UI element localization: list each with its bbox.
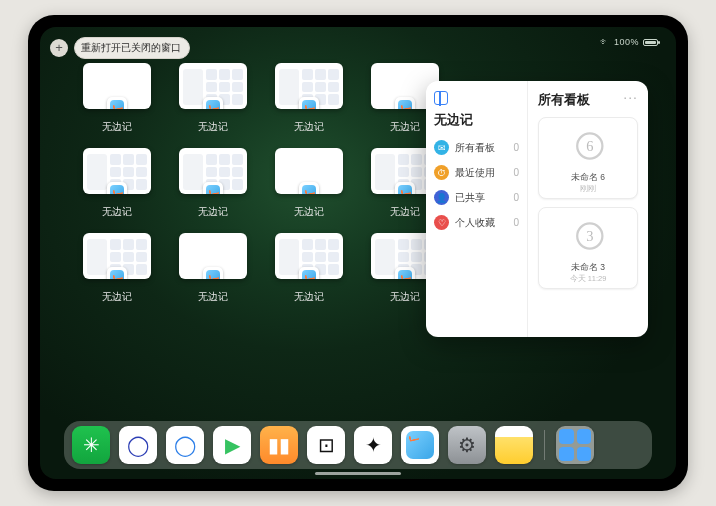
preview-title-right: 所有看板	[538, 91, 590, 109]
window-label: 无边记	[198, 121, 228, 134]
window-thumbnail	[179, 148, 247, 194]
battery-percent: 100%	[614, 37, 639, 47]
window-thumbnail	[275, 233, 343, 279]
reopen-closed-window-button[interactable]: 重新打开已关闭的窗口	[74, 37, 190, 59]
quark-icon[interactable]: ◯	[166, 426, 204, 464]
app-icon-chip	[299, 97, 319, 109]
window-thumbnail	[83, 233, 151, 279]
category-icon: ⏱	[434, 165, 449, 180]
category-row[interactable]: 👤已共享0	[434, 185, 519, 210]
app-icon-chip	[395, 97, 415, 109]
category-label: 所有看板	[455, 141, 495, 155]
category-label: 已共享	[455, 191, 485, 205]
app-icon-chip	[203, 267, 223, 279]
window-label: 无边记	[390, 121, 420, 134]
app-icon-chip	[107, 97, 127, 109]
category-row[interactable]: ✉所有看板0	[434, 135, 519, 160]
window-thumbnail	[275, 63, 343, 109]
category-count: 0	[513, 142, 519, 153]
freeform-icon[interactable]	[401, 426, 439, 464]
window-thumbnail	[179, 233, 247, 279]
board-sublabel: 刚刚	[543, 184, 633, 194]
window-label: 无边记	[390, 291, 420, 304]
window-tile[interactable]: 无边记	[76, 233, 158, 304]
app-icon-chip	[395, 267, 415, 279]
wechat-icon[interactable]: ✳	[72, 426, 110, 464]
new-window-button[interactable]: +	[50, 39, 68, 57]
category-count: 0	[513, 192, 519, 203]
category-row[interactable]: ♡个人收藏0	[434, 210, 519, 235]
svg-text:3: 3	[586, 228, 593, 244]
recent-apps-folder[interactable]	[556, 426, 594, 464]
app-icon-chip	[203, 182, 223, 194]
window-tile[interactable]: 无边记	[268, 233, 350, 304]
ipad-frame: ᯤ 100% + 重新打开已关闭的窗口 无边记无边记无边记无边记无边记无边记无边…	[28, 15, 688, 491]
sidebar-icon	[434, 91, 448, 105]
board-label: 未命名 6	[543, 172, 633, 184]
window-tile[interactable]: 无边记	[172, 148, 254, 219]
board-canvas: 3	[543, 212, 633, 260]
window-label: 无边记	[198, 206, 228, 219]
window-tile[interactable]: 无边记	[172, 63, 254, 134]
window-tile[interactable]: 无边记	[268, 63, 350, 134]
status-bar: ᯤ 100%	[600, 37, 658, 47]
window-tile[interactable]: 无边记	[268, 148, 350, 219]
category-count: 0	[513, 167, 519, 178]
connect-icon[interactable]: ✦	[354, 426, 392, 464]
window-label: 无边记	[198, 291, 228, 304]
app-icon-chip	[299, 182, 319, 194]
dock: ✳◯◯▶▮▮⊡✦⚙	[64, 421, 652, 469]
more-icon[interactable]: ···	[623, 89, 638, 105]
window-label: 无边记	[390, 206, 420, 219]
window-tile[interactable]: 无边记	[76, 63, 158, 134]
reopen-label: 重新打开已关闭的窗口	[81, 41, 181, 55]
window-label: 无边记	[102, 121, 132, 134]
preview-title-left: 无边记	[434, 111, 473, 129]
app-icon-chip	[395, 182, 415, 194]
window-thumbnail	[275, 148, 343, 194]
window-label: 无边记	[294, 121, 324, 134]
window-preview-card[interactable]: 无边记 ✉所有看板0⏱最近使用0👤已共享0♡个人收藏0 所有看板 ··· 6未命…	[426, 81, 648, 337]
play-icon[interactable]: ▶	[213, 426, 251, 464]
reopen-pill-group: + 重新打开已关闭的窗口	[50, 37, 190, 59]
app-icon-chip	[107, 182, 127, 194]
window-thumbnail	[83, 63, 151, 109]
window-thumbnail	[83, 148, 151, 194]
app-icon-chip	[203, 97, 223, 109]
category-icon: ✉	[434, 140, 449, 155]
app-icon-chip	[107, 267, 127, 279]
category-icon: 👤	[434, 190, 449, 205]
board-card[interactable]: 3未命名 3今天 11:29	[538, 207, 638, 289]
category-icon: ♡	[434, 215, 449, 230]
board-canvas: 6	[543, 122, 633, 170]
category-label: 个人收藏	[455, 216, 495, 230]
window-label: 无边记	[102, 206, 132, 219]
window-thumbnail	[179, 63, 247, 109]
board-card[interactable]: 6未命名 6刚刚	[538, 117, 638, 199]
category-row[interactable]: ⏱最近使用0	[434, 160, 519, 185]
books-icon[interactable]: ▮▮	[260, 426, 298, 464]
window-tile[interactable]: 无边记	[172, 233, 254, 304]
home-indicator[interactable]	[315, 472, 401, 475]
app-expose-grid: 无边记无边记无边记无边记无边记无边记无边记无边记无边记无边记无边记无边记	[76, 63, 446, 304]
window-label: 无边记	[294, 291, 324, 304]
dock-separator	[544, 430, 545, 460]
notes-icon[interactable]	[495, 426, 533, 464]
window-label: 无边记	[294, 206, 324, 219]
dice-icon[interactable]: ⊡	[307, 426, 345, 464]
settings-icon[interactable]: ⚙	[448, 426, 486, 464]
category-count: 0	[513, 217, 519, 228]
app-icon-chip	[299, 267, 319, 279]
window-tile[interactable]: 无边记	[76, 148, 158, 219]
board-label: 未命名 3	[543, 262, 633, 274]
window-label: 无边记	[102, 291, 132, 304]
quark-hd-icon[interactable]: ◯	[119, 426, 157, 464]
wifi-icon: ᯤ	[600, 37, 610, 47]
board-sublabel: 今天 11:29	[543, 274, 633, 284]
screen: ᯤ 100% + 重新打开已关闭的窗口 无边记无边记无边记无边记无边记无边记无边…	[40, 27, 676, 479]
category-label: 最近使用	[455, 166, 495, 180]
svg-text:6: 6	[586, 138, 593, 154]
battery-icon	[643, 39, 658, 46]
